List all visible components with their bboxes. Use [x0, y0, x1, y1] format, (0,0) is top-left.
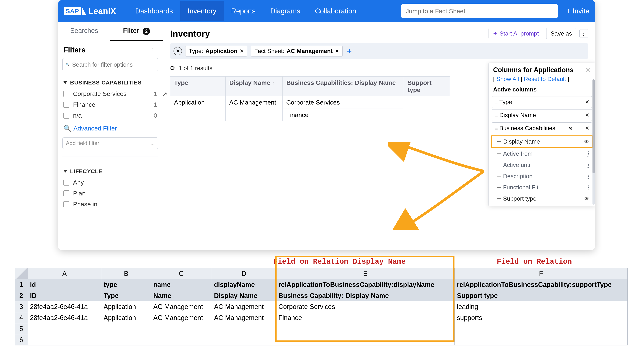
add-field-filter[interactable]: Add field filter ⌄ — [62, 138, 158, 149]
scroll-thumb[interactable] — [592, 79, 595, 173]
start-ai-prompt-button[interactable]: ✦ Start AI prompt — [488, 28, 543, 40]
col-sub-functional-fit[interactable]: Functional Fit ⟆ — [492, 182, 592, 193]
col-item-display[interactable]: ≡ Display Name ✕ — [492, 109, 592, 121]
cell[interactable] — [212, 323, 276, 334]
cell[interactable] — [151, 334, 212, 346]
col-display[interactable]: Display Name ↑ — [226, 76, 282, 96]
remove-icon[interactable]: ✕ — [585, 99, 589, 105]
cell[interactable] — [276, 323, 455, 334]
cell[interactable] — [28, 334, 102, 346]
rowhead-2[interactable]: 2 — [15, 290, 28, 301]
cell[interactable] — [455, 323, 628, 334]
checkbox[interactable] — [64, 91, 69, 97]
col-sub-display-name[interactable]: Display Name 👁 — [491, 136, 593, 148]
global-search[interactable] — [401, 4, 558, 18]
filters-menu-button[interactable]: ⋮ — [149, 46, 157, 54]
filter-search[interactable]: 🔍 — [62, 58, 158, 71]
eye-off-icon[interactable]: ⟆ — [587, 162, 590, 168]
clear-filters-button[interactable]: ✕ — [174, 47, 182, 56]
col-sub-support-type[interactable]: Support type 👁 — [492, 194, 592, 204]
col-item-bc-group[interactable]: ≡ Business Capabilities ⤭ ✕ — [492, 122, 592, 134]
col-type[interactable]: Type — [170, 76, 226, 96]
rowhead-6[interactable]: 6 — [15, 334, 28, 346]
cell[interactable] — [102, 323, 151, 334]
corner-cell[interactable] — [15, 268, 28, 279]
cell[interactable]: leading — [455, 301, 628, 312]
global-search-input[interactable] — [406, 8, 553, 15]
col-sub-active-from[interactable]: Active from ⟆ — [492, 148, 592, 159]
panel-scrollbar[interactable] — [592, 79, 595, 205]
nav-reports[interactable]: Reports — [224, 1, 263, 21]
more-menu-button[interactable]: ⋮ — [580, 29, 588, 38]
group-lifecycle[interactable]: LIFECYCLE — [58, 162, 163, 177]
chip-remove-icon[interactable]: ✕ — [240, 48, 244, 54]
checkbox[interactable] — [64, 102, 69, 108]
nav-collaboration[interactable]: Collaboration — [308, 1, 364, 21]
colhead-a[interactable]: A — [28, 268, 102, 279]
hide-icon[interactable]: ⤭ — [568, 125, 572, 131]
drag-icon[interactable]: ≡ — [494, 112, 497, 118]
invite-button[interactable]: + Invite — [566, 7, 589, 15]
add-filter-button[interactable]: + — [347, 46, 352, 56]
filter-search-input[interactable] — [72, 61, 155, 68]
cell[interactable] — [276, 334, 455, 346]
cell[interactable]: AC Management — [212, 312, 276, 323]
col-sub-description[interactable]: Description ⟆ — [492, 171, 592, 182]
checkbox[interactable] — [64, 190, 69, 196]
reset-link[interactable]: Reset to Default — [524, 76, 566, 82]
cell[interactable]: Type — [102, 290, 151, 301]
rowhead-1[interactable]: 1 — [15, 279, 28, 290]
bc-finance[interactable]: Finance 1 — [58, 99, 163, 110]
cell[interactable]: AC Management — [151, 312, 212, 323]
checkbox[interactable] — [64, 113, 69, 118]
lc-plan[interactable]: Plan — [58, 188, 163, 199]
eye-icon[interactable]: 👁 — [584, 196, 590, 202]
cell[interactable] — [455, 334, 628, 346]
eye-off-icon[interactable]: ⟆ — [587, 150, 590, 157]
cell[interactable]: Application — [102, 312, 151, 323]
cell[interactable]: type — [102, 279, 151, 290]
cell[interactable] — [28, 323, 102, 334]
rowhead-4[interactable]: 4 — [15, 312, 28, 323]
cell[interactable]: relApplicationToBusinessCapability:displ… — [276, 279, 455, 290]
cell[interactable]: 28fe4aa2-6e46-41a — [28, 301, 102, 312]
colhead-c[interactable]: C — [151, 268, 212, 279]
cell[interactable]: AC Management — [151, 301, 212, 312]
cell[interactable] — [212, 334, 276, 346]
rowhead-3[interactable]: 3 — [15, 301, 28, 312]
cell[interactable]: Name — [151, 290, 212, 301]
col-support[interactable]: Support type — [404, 76, 450, 96]
col-bc[interactable]: Business Capabilities: Display Name — [282, 76, 404, 96]
nav-diagrams[interactable]: Diagrams — [263, 1, 308, 21]
chip-factsheet[interactable]: Fact Sheet: AC Management ✕ — [250, 46, 342, 56]
cell[interactable]: Finance — [276, 312, 455, 323]
lc-any[interactable]: Any — [58, 177, 163, 188]
advanced-filter-link[interactable]: 🔍 Advanced Filter — [58, 121, 163, 136]
nav-inventory[interactable]: Inventory — [180, 1, 224, 21]
close-icon[interactable]: ✕ — [586, 66, 591, 74]
save-as-button[interactable]: Save as — [546, 28, 576, 40]
open-external-icon[interactable]: ↗ — [163, 90, 167, 98]
col-item-type[interactable]: ≡ Type ✕ — [492, 96, 592, 108]
cell[interactable]: supports — [455, 312, 628, 323]
checkbox[interactable] — [64, 201, 69, 207]
cell[interactable] — [102, 334, 151, 346]
cell[interactable]: Application — [102, 301, 151, 312]
colhead-e[interactable]: E — [276, 268, 455, 279]
eye-off-icon[interactable]: ⟆ — [587, 184, 590, 191]
chip-type[interactable]: Type: Application ✕ — [185, 46, 247, 56]
lc-phase-in[interactable]: Phase in — [58, 199, 163, 210]
cell[interactable]: Corporate Services — [276, 301, 455, 312]
cell[interactable]: 28fe4aa2-6e46-41a — [28, 312, 102, 323]
cell[interactable]: name — [151, 279, 212, 290]
cell[interactable]: displayName — [212, 279, 276, 290]
cell[interactable]: Display Name — [212, 290, 276, 301]
checkbox[interactable] — [64, 180, 69, 186]
nav-dashboards[interactable]: Dashboards — [128, 1, 180, 21]
eye-off-icon[interactable]: ⟆ — [587, 173, 590, 180]
tab-searches[interactable]: Searches — [58, 22, 110, 41]
tab-filter[interactable]: Filter 2 — [110, 22, 163, 41]
table-row[interactable]: Application AC Management Corporate Serv… — [170, 96, 450, 109]
cell[interactable]: Business Capability: Display Name — [276, 290, 455, 301]
remove-icon[interactable]: ✕ — [585, 112, 589, 118]
